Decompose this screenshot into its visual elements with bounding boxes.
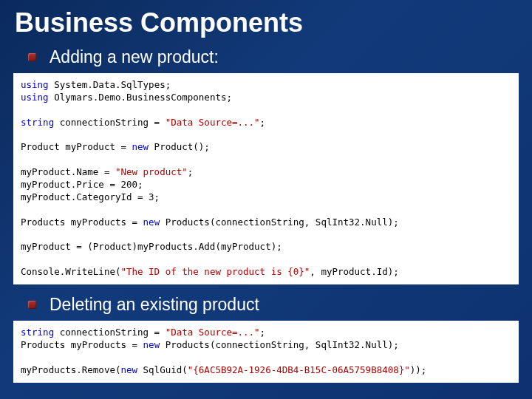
code-string: "{6AC5B92A-1926-4DB4-B15C-06A5759B8408}" (188, 364, 410, 375)
bullet-icon (28, 301, 36, 309)
code-block-delete-product: string connectionString = "Data Source=.… (13, 321, 519, 383)
code-text: Olymars.Demo.BusinessComponents; (49, 92, 232, 103)
bullet-text-2: Deleting an existing product (50, 295, 259, 315)
code-text: myProduct = (Product)myProducts.Add(myPr… (21, 241, 282, 252)
code-text: connectionString = (54, 117, 166, 128)
code-text: Products myProducts = (21, 216, 143, 228)
code-text: Console.WriteLine( (21, 266, 120, 277)
code-string: "Data Source=..." (166, 327, 260, 338)
code-text: myProduct.Name = (21, 166, 115, 177)
code-text: SqlGuid( (137, 364, 188, 375)
code-text: Product myProduct = (21, 141, 132, 152)
bullet-row-1: Adding a new product: (0, 44, 532, 72)
bullet-text-1: Adding a new product: (50, 47, 219, 67)
code-text: myProduct.CategoryId = 3; (21, 191, 160, 202)
code-text: ; (188, 166, 194, 177)
code-text: Products(connectionString, SqlInt32.Null… (160, 216, 399, 228)
code-keyword: string (21, 117, 54, 128)
code-string: "The ID of the new product is {0}" (120, 266, 310, 277)
code-keyword: new (143, 216, 160, 228)
bullet-icon (28, 53, 36, 61)
code-keyword: new (143, 339, 160, 350)
code-text: System.Data.SqlTypes; (49, 79, 171, 90)
code-keyword: new (120, 364, 137, 375)
code-text: ; (260, 327, 266, 338)
bullet-row-2: Deleting an existing product (0, 292, 532, 319)
code-keyword: string (21, 327, 54, 338)
code-keyword: using (21, 79, 49, 90)
code-keyword: using (21, 92, 49, 103)
code-text: ; (260, 117, 266, 128)
code-keyword: new (132, 141, 149, 152)
code-text: Products(connectionString, SqlInt32.Null… (160, 339, 399, 350)
code-text: )); (410, 364, 427, 375)
slide-title: Business Components (0, 0, 532, 44)
code-text: myProduct.Price = 200; (21, 179, 143, 190)
code-text: Product(); (149, 141, 210, 152)
code-text: connectionString = (54, 327, 166, 338)
code-text: Products myProducts = (21, 339, 143, 350)
code-text: myProducts.Remove( (21, 364, 120, 375)
code-block-add-product: using System.Data.SqlTypes; using Olymar… (13, 73, 519, 284)
code-string: "Data Source=..." (166, 117, 260, 128)
code-text: , myProduct.Id); (310, 266, 398, 277)
code-string: "New product" (115, 166, 188, 177)
